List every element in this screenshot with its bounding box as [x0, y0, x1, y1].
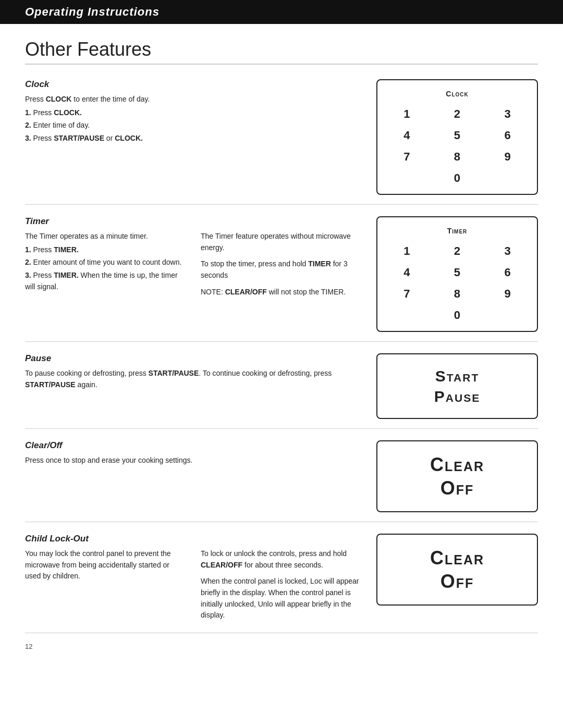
clock-step-1: 1. Press CLOCK. — [25, 107, 362, 119]
timer-key-4[interactable]: 4 — [389, 264, 425, 281]
clear-off-button-box[interactable]: Clear Off — [376, 440, 538, 512]
section-pause: Pause To pause cooking or defrosting, pr… — [25, 342, 538, 429]
key-6[interactable]: 6 — [489, 127, 525, 144]
timer-left: The Timer operates as a minute timer. 1.… — [25, 231, 186, 300]
clock-keypad-grid: 1 2 3 4 5 6 7 8 9 0 — [389, 105, 525, 187]
pause-title: Pause — [25, 353, 362, 364]
clock-content: Clock Press CLOCK to enter the time of d… — [25, 79, 362, 146]
pause-content: Pause To pause cooking or defrosting, pr… — [25, 353, 362, 392]
clear-off-content: Clear/Off Press once to stop and erase y… — [25, 440, 362, 468]
key-7[interactable]: 7 — [389, 148, 425, 165]
timer-key-7[interactable]: 7 — [389, 285, 425, 302]
timer-key-8[interactable]: 8 — [439, 285, 475, 302]
timer-left-intro: The Timer operates as a minute timer. — [25, 231, 186, 242]
clear-label-line1: Clear — [430, 453, 484, 476]
start-pause-button-box[interactable]: Start Pause — [376, 353, 538, 419]
timer-key-5[interactable]: 5 — [439, 264, 475, 281]
section-timer: Timer The Timer operates as a minute tim… — [25, 205, 538, 342]
clear-label-line2: Off — [430, 476, 484, 500]
clear-off-text: Press once to stop and erase your cookin… — [25, 455, 362, 466]
child-lock-clear-line2: Off — [430, 570, 484, 593]
page-number: 12 — [25, 643, 32, 650]
timer-right-2: To stop the timer, press and hold TIMER … — [201, 258, 362, 281]
timer-two-col: The Timer operates as a minute timer. 1.… — [25, 231, 362, 300]
child-lock-left: You may lock the control panel to preven… — [25, 548, 186, 623]
timer-key-1[interactable]: 1 — [389, 242, 425, 260]
child-lock-clear-label: Clear Off — [430, 546, 484, 593]
page-title: Other Features — [25, 39, 538, 65]
clock-keypad: Clock 1 2 3 4 5 6 7 8 9 0 — [376, 79, 538, 195]
child-lock-content: Child Lock-Out You may lock the control … — [25, 534, 362, 623]
start-pause-label: Start Pause — [434, 366, 480, 406]
key-3[interactable]: 3 — [489, 105, 525, 122]
timer-key-9[interactable]: 9 — [489, 285, 525, 302]
child-lock-title: Child Lock-Out — [25, 534, 362, 544]
section-child-lock: Child Lock-Out You may lock the control … — [25, 522, 538, 633]
clear-off-title: Clear/Off — [25, 440, 362, 451]
clear-off-label: Clear Off — [430, 453, 484, 500]
child-lock-two-col: You may lock the control panel to preven… — [25, 548, 362, 623]
child-lock-right: To lock or unlock the controls, press an… — [201, 548, 362, 623]
footer: 12 — [25, 643, 538, 650]
page-content: Other Features Clock Press CLOCK to ente… — [0, 39, 563, 671]
child-lock-clear-line1: Clear — [430, 546, 484, 570]
key-8[interactable]: 8 — [439, 148, 475, 165]
timer-right: The Timer feature operates without micro… — [201, 231, 362, 300]
timer-key-3[interactable]: 3 — [489, 242, 525, 260]
child-lock-right-2: When the control panel is locked, Loc wi… — [201, 576, 362, 621]
timer-content: Timer The Timer operates as a minute tim… — [25, 216, 362, 300]
section-clock: Clock Press CLOCK to enter the time of d… — [25, 68, 538, 205]
timer-keypad-label: Timer — [447, 227, 468, 235]
key-4[interactable]: 4 — [389, 127, 425, 144]
child-lock-left-text: You may lock the control panel to preven… — [25, 548, 186, 582]
key-1[interactable]: 1 — [389, 105, 425, 122]
timer-right-3: NOTE: CLEAR/OFF will not stop the TIMER. — [201, 287, 362, 298]
timer-keypad-grid: 1 2 3 4 5 6 7 8 9 0 — [389, 242, 525, 324]
child-lock-button-box[interactable]: Clear Off — [376, 534, 538, 606]
timer-key-6[interactable]: 6 — [489, 264, 525, 281]
timer-step-1: 1. Press TIMER. — [25, 244, 186, 256]
section-clear-off: Clear/Off Press once to stop and erase y… — [25, 429, 538, 522]
pause-text: To pause cooking or defrosting, press ST… — [25, 368, 362, 390]
clock-intro: Press CLOCK to enter the time of day. — [25, 94, 362, 105]
key-5[interactable]: 5 — [439, 127, 475, 144]
timer-step-2: 2. Enter amount of time you want to coun… — [25, 257, 186, 268]
timer-title: Timer — [25, 216, 362, 227]
header-title: Operating Instructions — [25, 5, 538, 19]
key-9[interactable]: 9 — [489, 148, 525, 165]
child-lock-right-1: To lock or unlock the controls, press an… — [201, 548, 362, 571]
pause-label: Pause — [434, 386, 480, 406]
clock-step-2: 2. Enter time of day. — [25, 120, 362, 131]
key-2[interactable]: 2 — [439, 105, 475, 122]
timer-key-2[interactable]: 2 — [439, 242, 475, 260]
timer-key-0[interactable]: 0 — [439, 306, 475, 324]
header-bar: Operating Instructions — [0, 0, 563, 24]
clock-keypad-label: Clock — [446, 90, 468, 98]
start-label: Start — [434, 366, 480, 386]
timer-right-1: The Timer feature operates without micro… — [201, 231, 362, 253]
timer-keypad: Timer 1 2 3 4 5 6 7 8 9 0 — [376, 216, 538, 332]
clock-step-3: 3. Press START/PAUSE or CLOCK. — [25, 133, 362, 144]
key-0[interactable]: 0 — [439, 169, 475, 187]
clock-title: Clock — [25, 79, 362, 90]
timer-step-3: 3. Press TIMER. When the time is up, the… — [25, 270, 186, 292]
